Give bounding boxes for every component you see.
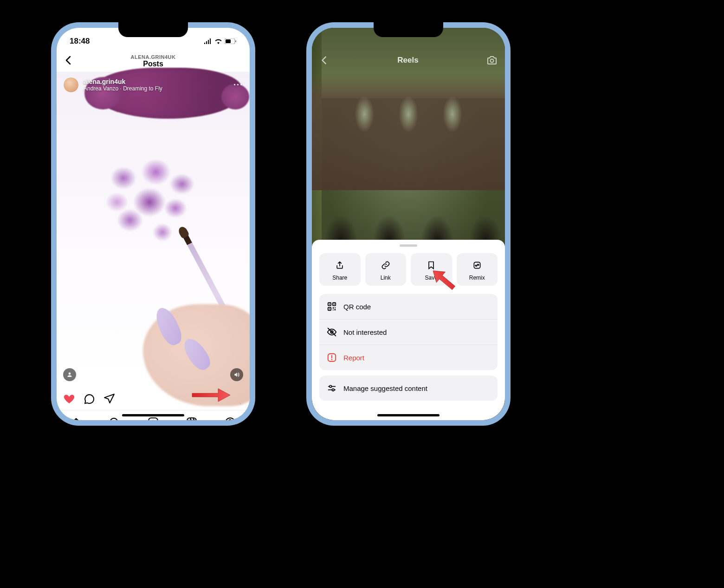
qr-code-icon	[327, 301, 337, 312]
share-tile[interactable]: Share	[319, 253, 361, 286]
svg-point-24	[332, 389, 334, 391]
tagged-people-button[interactable]	[63, 368, 76, 381]
remix-icon	[457, 260, 498, 271]
link-label: Link	[365, 275, 407, 281]
menu-list: QR code Not interested Report	[319, 294, 498, 370]
svg-point-4	[110, 418, 117, 420]
tab-profile[interactable]	[224, 416, 236, 421]
tab-search[interactable]	[109, 416, 121, 421]
cellular-icon	[204, 38, 212, 44]
post-username: alena.grin4uk	[84, 78, 229, 85]
tab-reels[interactable]	[186, 416, 198, 421]
share-icon	[319, 260, 361, 271]
camera-button[interactable]	[486, 55, 498, 66]
eye-off-icon	[327, 327, 337, 337]
reels-title: Reels	[330, 56, 486, 65]
wifi-icon	[214, 38, 222, 44]
phone-mockup-right: 18:47 Reels	[306, 22, 511, 426]
qr-code-label: QR code	[343, 303, 371, 311]
status-icons	[204, 38, 237, 44]
post-user-block[interactable]: alena.grin4uk Andrea Vanzo · Dreaming to…	[84, 78, 229, 92]
back-button[interactable]	[319, 55, 330, 65]
audio-toggle-button[interactable]	[230, 368, 243, 381]
svg-point-8	[229, 420, 232, 420]
comment-button[interactable]	[84, 393, 95, 405]
svg-rect-2	[235, 40, 236, 42]
back-button[interactable]	[63, 55, 74, 66]
screen-left: 18:48 ALENA.GRIN4UK Posts	[57, 28, 250, 420]
manage-content-label: Manage suggested content	[343, 384, 427, 392]
phone-mockup-left: 18:48 ALENA.GRIN4UK Posts	[51, 22, 255, 426]
alert-icon	[327, 352, 337, 363]
svg-rect-1	[226, 39, 231, 43]
screen-right: 18:47 Reels	[312, 28, 505, 420]
share-button[interactable]	[103, 393, 115, 405]
svg-rect-17	[329, 304, 330, 305]
nav-title: Posts	[131, 60, 176, 68]
remix-tile[interactable]: Remix	[457, 253, 498, 286]
bookmark-icon	[411, 260, 452, 271]
more-button[interactable]: ···	[233, 80, 243, 90]
avatar[interactable]	[63, 77, 79, 93]
battery-icon	[225, 38, 237, 44]
report-item[interactable]: Report	[319, 345, 498, 370]
ruin-arches	[312, 167, 505, 241]
action-grid: Share Link Save	[319, 253, 498, 286]
reels-header: Reels	[312, 50, 505, 70]
menu-list-2: Manage suggested content	[319, 376, 498, 401]
home-indicator	[122, 414, 184, 416]
save-tile[interactable]: Save	[411, 253, 452, 286]
watercolor-painting	[84, 142, 214, 262]
link-icon	[365, 260, 407, 271]
manage-content-item[interactable]: Manage suggested content	[319, 376, 498, 401]
remix-label: Remix	[457, 275, 498, 281]
tab-create[interactable]	[147, 416, 159, 421]
tab-home[interactable]	[70, 416, 82, 421]
not-interested-item[interactable]: Not interested	[319, 319, 498, 345]
ruin-windows	[335, 88, 482, 153]
sliders-icon	[327, 383, 337, 393]
nav-titles: ALENA.GRIN4UK Posts	[131, 54, 176, 68]
svg-rect-19	[329, 308, 330, 309]
save-label: Save	[411, 275, 452, 281]
sheet-handle[interactable]	[400, 244, 417, 247]
status-time: 18:48	[70, 37, 90, 46]
svg-rect-18	[334, 304, 335, 305]
qr-code-item[interactable]: QR code	[319, 294, 498, 319]
action-sheet: Share Link Save	[312, 240, 505, 420]
like-button[interactable]	[63, 393, 75, 405]
svg-point-3	[69, 372, 71, 375]
phone-notch	[118, 22, 188, 37]
svg-point-23	[330, 385, 332, 388]
post-audio-label: Andrea Vanzo · Dreaming to Fly	[84, 85, 229, 92]
svg-point-22	[331, 359, 332, 360]
home-indicator	[377, 414, 440, 416]
link-tile[interactable]: Link	[365, 253, 407, 286]
post-media[interactable]: alena.grin4uk Andrea Vanzo · Dreaming to…	[57, 72, 250, 388]
nav-subtitle: ALENA.GRIN4UK	[131, 54, 176, 60]
share-label: Share	[319, 275, 361, 281]
phone-notch	[374, 22, 443, 37]
not-interested-label: Not interested	[343, 328, 387, 336]
post-header: alena.grin4uk Andrea Vanzo · Dreaming to…	[57, 72, 250, 97]
report-label: Report	[343, 354, 364, 362]
svg-point-12	[491, 59, 494, 63]
